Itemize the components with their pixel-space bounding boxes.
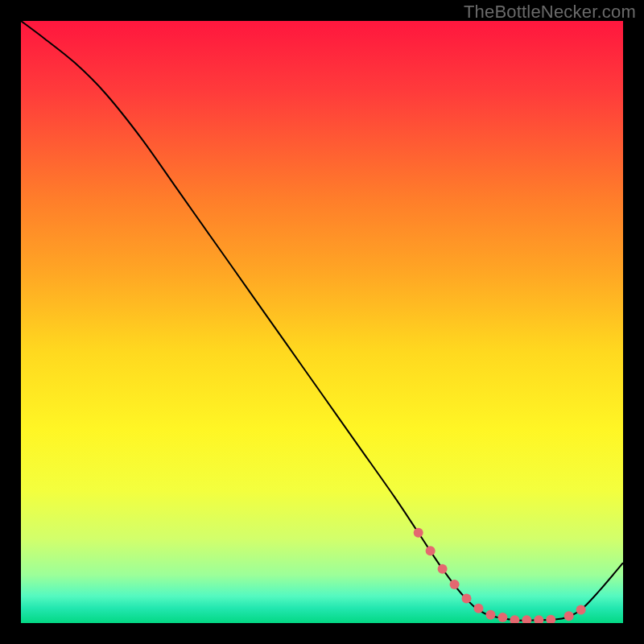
highlight-marker bbox=[426, 546, 436, 555]
highlight-marker bbox=[473, 604, 483, 613]
highlight-marker bbox=[564, 611, 574, 621]
highlight-marker bbox=[438, 564, 448, 574]
highlight-marker bbox=[497, 613, 507, 622]
highlight-marker bbox=[576, 605, 586, 615]
highlight-marker bbox=[485, 610, 495, 620]
chart-frame: TheBottleNecker.com bbox=[0, 0, 644, 644]
chart-svg bbox=[21, 21, 623, 623]
highlight-marker bbox=[414, 528, 423, 538]
gradient-background bbox=[21, 21, 623, 623]
highlight-marker bbox=[462, 593, 472, 603]
plot-area bbox=[21, 21, 623, 623]
watermark-text: TheBottleNecker.com bbox=[464, 2, 636, 23]
highlight-marker bbox=[450, 580, 460, 589]
